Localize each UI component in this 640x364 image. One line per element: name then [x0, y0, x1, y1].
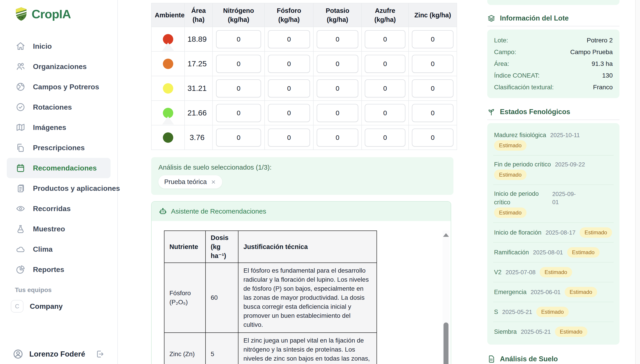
team-initial-badge: C [11, 300, 24, 312]
app-logo[interactable]: CropIA [15, 7, 117, 21]
phenology-row: Emergencia 2025-06-01 Estimado [493, 282, 614, 302]
sidebar-item-imagenes[interactable]: Imágenes [7, 117, 110, 138]
stage-label: Ramificación [494, 248, 529, 257]
phenology-row: Fin de periodo crítico 2025-09-22 Estima… [493, 156, 614, 185]
lot-info-row: Campo: Campo Prueba [494, 46, 613, 58]
phosphorus-input[interactable] [268, 30, 310, 48]
nitrogen-input[interactable] [216, 55, 261, 73]
stage-label: V2 [494, 268, 502, 276]
sulfur-input[interactable] [365, 80, 405, 98]
stage-date: 2025-08-17 [546, 228, 576, 236]
info-value: Campo Prueba [570, 48, 613, 56]
sidebar-item-recorridas[interactable]: Recorridas [7, 198, 110, 219]
phosphorus-input[interactable] [268, 128, 310, 146]
phosphorus-input[interactable] [268, 80, 310, 98]
lot-info-header: Información del Lote [487, 14, 620, 22]
nitrogen-input[interactable] [216, 80, 261, 98]
selected-analysis-tag[interactable]: Prueba teórica [158, 175, 222, 188]
col-header-azufre: Azufre (kg/ha) [362, 3, 408, 27]
sulfur-input[interactable] [365, 55, 405, 73]
scrollbar-thumb[interactable] [444, 322, 448, 364]
zinc-input[interactable] [412, 55, 454, 73]
reco-header-row: Nutriente Dosis (kg ha⁻¹) Justificación … [164, 231, 377, 263]
sidebar-item-label: Productos y aplicaciones [33, 184, 120, 192]
col-header-fosforo: Fósforo (kg/ha) [264, 3, 313, 27]
marker-pointer [162, 116, 174, 124]
remove-tag-icon[interactable] [210, 179, 216, 185]
sidebar-item-muestreo[interactable]: Muestreo [7, 219, 110, 239]
stage-label: Fin de periodo crítico [494, 160, 551, 169]
lot-info-row: Clasificación textural: Franco [494, 82, 613, 93]
sidebar-item-productos-y-aplicaciones[interactable]: Productos y aplicaciones [7, 178, 110, 198]
sidebar-item-reportes[interactable]: Reportes [7, 259, 110, 280]
sidebar-item-label: Reportes [33, 266, 64, 274]
nitrogen-input[interactable] [216, 104, 261, 122]
sidebar-nav: Inicio Organizaciones Campos y Potreros … [0, 36, 117, 280]
logout-icon[interactable] [96, 350, 105, 358]
sidebar-item-campos-y-potreros[interactable]: Campos y Potreros [7, 77, 110, 97]
info-label: Índice CONEAT: [494, 72, 540, 79]
potassium-input[interactable] [317, 30, 358, 48]
reco-justification: El zinc juega un papel vital en la fijac… [238, 333, 377, 364]
calendar-icon [16, 163, 25, 173]
eye-icon [16, 204, 25, 213]
nitrogen-input[interactable] [216, 128, 261, 146]
potassium-input[interactable] [317, 128, 358, 146]
zinc-input[interactable] [412, 30, 454, 48]
sidebar-item-organizaciones[interactable]: Organizaciones [7, 56, 110, 77]
stage-date: 2025-09-01 [552, 190, 580, 206]
sidebar-item-label: Recomendaciones [33, 164, 97, 172]
layers-icon [487, 14, 496, 22]
sidebar-item-prescripciones[interactable]: Prescripciones [7, 138, 110, 158]
divider [487, 26, 620, 26]
sidebar-item-label: Rotaciones [33, 103, 72, 112]
reco-col-nutriente: Nutriente [164, 231, 206, 263]
assistant-scrollbar[interactable] [442, 230, 450, 364]
team-item-company[interactable]: C Company [11, 300, 117, 312]
zinc-input[interactable] [412, 104, 454, 122]
sidebar-item-recomendaciones[interactable]: Recomendaciones [7, 158, 110, 178]
nitrogen-input[interactable] [216, 30, 261, 48]
zone-area-value: 3.76 [184, 125, 212, 150]
sidebar-item-rotaciones[interactable]: Rotaciones [7, 97, 110, 117]
pie-chart-icon [16, 265, 25, 274]
env-row-5: 3.76 [151, 125, 457, 150]
zinc-input[interactable] [412, 128, 454, 146]
app-name: CropIA [32, 7, 71, 21]
potassium-input[interactable] [317, 104, 358, 122]
team-name: Company [30, 302, 63, 310]
stage-label: Madurez fisiológica [494, 131, 546, 140]
sidebar-item-label: Recorridas [33, 204, 70, 213]
sidebar-item-inicio[interactable]: Inicio [7, 36, 110, 56]
cloud-icon [16, 244, 25, 254]
soil-analysis-header: Análisis de Suelo [487, 355, 620, 363]
map-icon [16, 123, 25, 132]
documents-icon [16, 143, 25, 152]
reco-justification: El fósforo es fundamental para el desarr… [238, 263, 377, 333]
env-row-3: 31.21 [151, 76, 457, 100]
user-row: Lorenzo Foderé [0, 349, 117, 360]
stage-date: 2025-08-01 [533, 248, 563, 256]
sidebar-item-clima[interactable]: Clima [7, 239, 110, 259]
potassium-input[interactable] [317, 55, 358, 73]
info-label: Lote: [494, 37, 508, 44]
info-label: Clasificación textural: [494, 84, 554, 91]
page-scrollbar[interactable] [635, 0, 640, 364]
sulfur-input[interactable] [365, 104, 405, 122]
stage-date: 2025-05-21 [521, 328, 551, 336]
zinc-input[interactable] [412, 80, 454, 98]
col-header-ambiente: Ambiente [151, 3, 184, 27]
potassium-input[interactable] [317, 80, 358, 98]
teams-section-label: Tus equipos [15, 286, 117, 294]
scroll-up-arrow-icon[interactable] [443, 233, 449, 237]
phenology-row: V2 2025-07-08 Estimado [493, 262, 614, 282]
selected-analyses-label: Análisis de suelo seleccionados (1/3): [158, 164, 446, 171]
phosphorus-input[interactable] [268, 55, 310, 73]
phosphorus-input[interactable] [268, 104, 310, 122]
phenology-row: Ramificación 2025-08-01 Estimado [493, 243, 614, 262]
sulfur-input[interactable] [365, 128, 405, 146]
file-text-icon [487, 355, 496, 363]
user-avatar-icon [13, 349, 24, 360]
sulfur-input[interactable] [365, 30, 405, 48]
sidebar-item-label: Inicio [33, 42, 52, 50]
